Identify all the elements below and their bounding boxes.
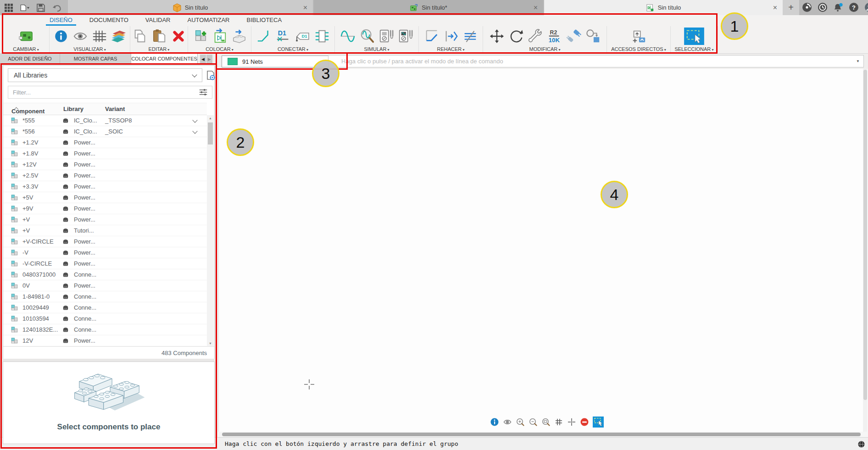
net-label-icon[interactable]: D1 xyxy=(275,28,292,44)
component-row[interactable]: +2.5VPower... xyxy=(3,170,207,181)
scroll-up-icon[interactable]: ▲ xyxy=(207,117,214,120)
component-row[interactable]: +12VPower... xyxy=(3,159,207,170)
avatar-icon[interactable] xyxy=(864,2,868,12)
add-component-icon[interactable] xyxy=(192,28,209,44)
notifications-icon[interactable] xyxy=(833,2,843,12)
component-row[interactable]: 10029449Conne... xyxy=(3,302,207,313)
component-row[interactable]: 1-84981-0Conne... xyxy=(3,291,207,302)
info-icon[interactable] xyxy=(490,417,499,427)
variant-chevron-down-icon[interactable] xyxy=(192,128,197,133)
filter-input[interactable] xyxy=(8,89,198,96)
command-input[interactable] xyxy=(328,57,856,65)
zoom-out-icon[interactable] xyxy=(529,417,538,427)
ribbon-group-label[interactable]: COLOCAR xyxy=(206,46,234,52)
ribbon-group-label[interactable]: CONECTAR xyxy=(278,46,308,52)
eye-icon[interactable] xyxy=(72,28,89,44)
scrollbar-thumb[interactable] xyxy=(208,122,213,144)
component-row[interactable]: 0VPower... xyxy=(3,280,207,291)
component-row[interactable]: +3.3VPower... xyxy=(3,181,207,192)
route-icon[interactable] xyxy=(423,28,440,44)
column-header-library[interactable]: Library xyxy=(63,106,83,112)
replace-icon[interactable] xyxy=(584,28,602,44)
delete-icon[interactable] xyxy=(170,28,187,44)
component-row[interactable]: 0480371000Conne... xyxy=(3,269,207,280)
ic-pins-icon[interactable] xyxy=(313,28,331,44)
grid-icon[interactable] xyxy=(554,417,563,427)
ribbon-group-label[interactable]: EDITAR xyxy=(149,46,170,52)
document-tab-1[interactable]: Sin título× xyxy=(68,0,313,15)
sine-wave-icon[interactable] xyxy=(339,28,356,44)
save-icon[interactable] xyxy=(36,3,46,12)
schematic-canvas[interactable] xyxy=(218,69,868,432)
recent-icon[interactable] xyxy=(818,2,828,12)
place-part-icon[interactable] xyxy=(230,28,248,44)
new-file-icon[interactable] xyxy=(20,3,30,12)
extensions-icon[interactable] xyxy=(802,2,812,12)
component-row[interactable]: 10103594Conne... xyxy=(3,313,207,324)
component-row[interactable]: +9VPower... xyxy=(3,203,207,214)
component-row[interactable]: 12VPower... xyxy=(3,335,207,346)
library-manager-button[interactable] xyxy=(205,70,216,81)
canvas-horizontal-scrollbar[interactable] xyxy=(218,432,868,437)
ribbon-group-label[interactable]: SELECCIONAR xyxy=(674,46,713,52)
component-row[interactable]: +VPower... xyxy=(3,214,207,225)
disable-icon[interactable] xyxy=(580,417,589,427)
zoom-in-icon[interactable] xyxy=(516,417,525,427)
ribbon-group-label[interactable]: VISUALIZAR xyxy=(73,46,106,52)
scrollbar-thumb[interactable] xyxy=(863,70,867,400)
ribbon-tab-documento[interactable]: DOCUMENTO xyxy=(86,15,132,26)
column-header-variant[interactable]: Variant xyxy=(105,106,125,112)
multimeter-icon[interactable] xyxy=(378,28,395,44)
ribbon-tab-automatizar[interactable]: AUTOMATIZAR xyxy=(184,15,234,26)
plug-icon[interactable] xyxy=(565,28,583,44)
layers-icon[interactable] xyxy=(110,28,128,44)
document-tab-3[interactable]: Sin título× xyxy=(544,0,783,15)
canvas-vertical-scrollbar[interactable] xyxy=(863,69,868,432)
ripup-icon[interactable] xyxy=(442,28,460,44)
name-flag-icon[interactable]: D1 xyxy=(294,28,312,44)
component-row[interactable]: +5VPower... xyxy=(3,192,207,203)
value-icon[interactable]: R210K xyxy=(546,28,563,44)
grid-icon[interactable] xyxy=(91,28,108,44)
panel-tab-ador-de-dise-o[interactable]: ADOR DE DISEÑO xyxy=(0,54,60,64)
move-icon[interactable] xyxy=(488,28,506,44)
help-icon[interactable]: ? xyxy=(849,2,859,12)
eye-icon[interactable] xyxy=(503,417,512,427)
close-tab-icon[interactable]: × xyxy=(303,4,307,12)
ribbon-group-label[interactable]: REHACER xyxy=(437,46,464,52)
component-row[interactable]: *556IC_Clo..._SOIC xyxy=(3,126,207,137)
add-symbol-icon[interactable] xyxy=(211,28,228,44)
origin-icon[interactable] xyxy=(567,417,576,427)
panel-tab-mostrar-capas[interactable]: MOSTRAR CAPAS xyxy=(60,54,131,64)
ribbon-tab-dise-o[interactable]: DISEÑO xyxy=(46,15,76,26)
panel-tabs-scroll-right-icon[interactable]: ▶ xyxy=(206,55,212,64)
component-row[interactable]: *555IC_Clo..._TSSOP8 xyxy=(3,115,207,126)
probe-icon[interactable] xyxy=(358,28,376,44)
panel-tab-colocar-componentes[interactable]: COLOCAR COMPONENTES xyxy=(131,54,198,64)
paste-icon[interactable] xyxy=(150,28,168,44)
close-tab-icon[interactable]: × xyxy=(534,4,538,12)
shortcuts-icon[interactable] xyxy=(630,28,647,44)
nets-dropdown[interactable]: 91 Nets ▼ xyxy=(222,56,344,67)
select-icon[interactable] xyxy=(593,417,604,428)
undo-icon[interactable] xyxy=(52,3,62,12)
rotate-icon[interactable] xyxy=(507,28,525,44)
app-grid-icon[interactable] xyxy=(4,3,14,12)
new-tab-button[interactable]: + xyxy=(783,0,799,15)
copy-icon[interactable] xyxy=(131,28,149,44)
ribbon-group-label[interactable]: SIMULAR xyxy=(364,46,389,52)
component-row[interactable]: -V-CIRCLEPower... xyxy=(3,258,207,269)
document-tab-2[interactable]: Sin título*× xyxy=(314,0,543,15)
command-history-chevron-icon[interactable]: ▼ xyxy=(856,59,860,63)
component-row[interactable]: +1.8VPower... xyxy=(3,148,207,159)
variant-chevron-down-icon[interactable] xyxy=(192,117,197,122)
component-row[interactable]: +VTutori... xyxy=(3,225,207,236)
library-select[interactable]: All Libraries xyxy=(8,68,202,82)
close-tab-icon[interactable]: × xyxy=(773,4,777,12)
ribbon-tab-biblioteca[interactable]: BIBLIOTECA xyxy=(243,15,285,26)
component-row[interactable]: +1.2VPower... xyxy=(3,137,207,148)
wrench-icon[interactable] xyxy=(527,28,544,44)
change-board-icon[interactable] xyxy=(17,28,35,44)
select-marquee-icon[interactable] xyxy=(684,28,704,45)
scrollbar-thumb[interactable] xyxy=(222,433,861,436)
